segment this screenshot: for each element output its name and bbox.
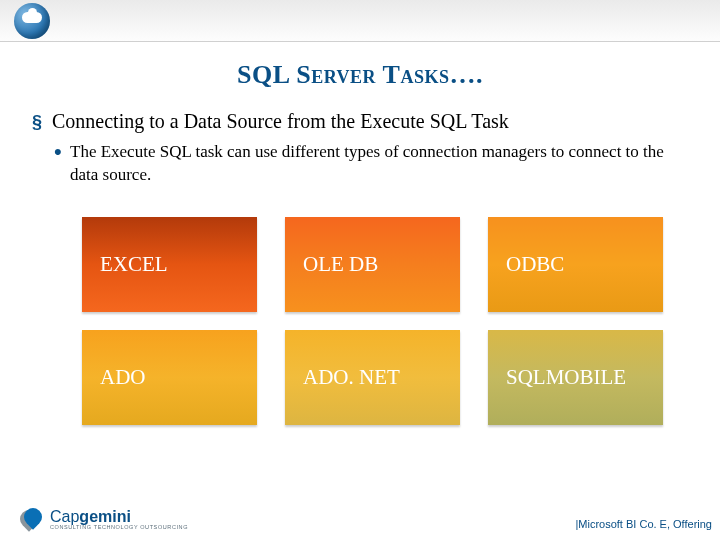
- logo: Capgemini CONSULTING TECHNOLOGY OUTSOURC…: [18, 506, 188, 532]
- tile-excel: EXCEL: [82, 217, 257, 312]
- logo-text-block: Capgemini CONSULTING TECHNOLOGY OUTSOURC…: [50, 508, 188, 530]
- tile-label: EXCEL: [100, 252, 168, 277]
- bullet-marker-icon: §: [32, 110, 42, 134]
- tile-label: SQLMOBILE: [506, 365, 626, 390]
- top-bar: [0, 0, 720, 42]
- logo-pre: Cap: [50, 508, 79, 525]
- footer: Capgemini CONSULTING TECHNOLOGY OUTSOURC…: [0, 506, 720, 532]
- tile-sqlmobile: SQLMOBILE: [488, 330, 663, 425]
- tile-adonet: ADO. NET: [285, 330, 460, 425]
- tile-odbc: ODBC: [488, 217, 663, 312]
- content-area: § Connecting to a Data Source from the E…: [0, 90, 720, 425]
- spade-icon: [18, 506, 44, 532]
- tile-ado: ADO: [82, 330, 257, 425]
- logo-tagline: CONSULTING TECHNOLOGY OUTSOURCING: [50, 524, 188, 530]
- bullet1-text: Connecting to a Data Source from the Exe…: [52, 110, 509, 132]
- tile-label: ADO: [100, 365, 146, 390]
- page-title: SQL Server Tasks….: [0, 60, 720, 90]
- tile-label: ODBC: [506, 252, 564, 277]
- tile-label: ADO. NET: [303, 365, 400, 390]
- cloud-icon: [14, 3, 50, 39]
- tile-oledb: OLE DB: [285, 217, 460, 312]
- tile-label: OLE DB: [303, 252, 378, 277]
- title-text: SQL Server Tasks….: [237, 60, 483, 89]
- connection-tiles-grid: EXCEL OLE DB ODBC ADO ADO. NET SQLMOBILE: [82, 217, 698, 425]
- bullet-level-1: § Connecting to a Data Source from the E…: [32, 108, 698, 135]
- bullet-dot-icon: •: [54, 141, 62, 163]
- bullet2-text: The Execute SQL task can use different t…: [70, 142, 664, 184]
- bullet-level-2: • The Execute SQL task can use different…: [32, 141, 698, 187]
- footer-right: |Microsoft BI Co. E, Offering: [575, 518, 712, 532]
- logo-post: gemini: [79, 508, 131, 525]
